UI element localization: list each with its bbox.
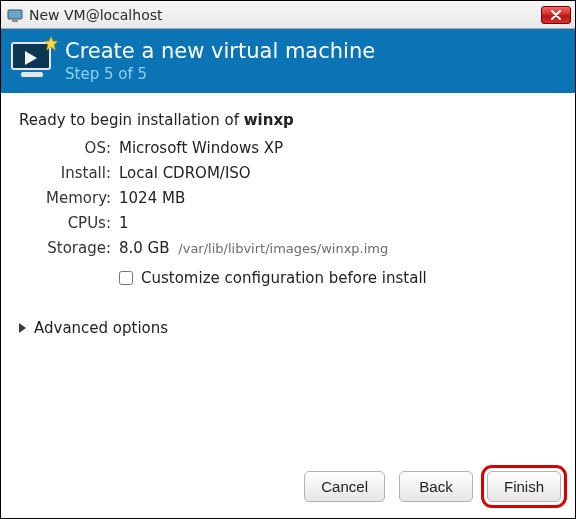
memory-label: Memory: (19, 189, 111, 207)
wizard-step: Step 5 of 5 (65, 65, 375, 83)
close-icon (551, 10, 561, 20)
cpus-value: 1 (119, 214, 557, 232)
customize-label[interactable]: Customize configuration before install (141, 269, 427, 287)
storage-label: Storage: (19, 239, 111, 257)
close-button[interactable] (541, 6, 571, 24)
window-title: New VM@localhost (29, 7, 541, 23)
wizard-body: Ready to begin installation of winxp OS:… (1, 93, 575, 459)
back-button[interactable]: Back (399, 471, 473, 502)
chevron-right-icon (19, 323, 26, 333)
os-label: OS: (19, 139, 111, 157)
svg-marker-2 (44, 37, 57, 50)
vm-name: winxp (244, 111, 294, 129)
ready-line: Ready to begin installation of winxp (19, 111, 557, 129)
wizard-header: Create a new virtual machine Step 5 of 5 (1, 29, 575, 93)
app-icon (7, 7, 23, 23)
wizard-footer: Cancel Back Finish (1, 459, 575, 518)
install-label: Install: (19, 164, 111, 182)
storage-size: 8.0 GB (119, 239, 170, 257)
customize-checkbox[interactable] (119, 271, 133, 285)
os-value: Microsoft Windows XP (119, 139, 557, 157)
customize-row: Customize configuration before install (119, 269, 557, 287)
svg-rect-1 (12, 20, 18, 22)
storage-value: 8.0 GB /var/lib/libvirt/images/winxp.img (119, 239, 557, 257)
vm-wizard-window: New VM@localhost Create a new virtual ma… (0, 0, 576, 519)
memory-value: 1024 MB (119, 189, 557, 207)
wizard-title: Create a new virtual machine (65, 39, 375, 63)
advanced-options-toggle[interactable]: Advanced options (19, 319, 168, 337)
cancel-button[interactable]: Cancel (304, 471, 385, 502)
storage-path: /var/lib/libvirt/images/winxp.img (178, 241, 388, 256)
finish-button[interactable]: Finish (487, 471, 561, 502)
cpus-label: CPUs: (19, 214, 111, 232)
install-value: Local CDROM/ISO (119, 164, 557, 182)
ready-prefix: Ready to begin installation of (19, 111, 244, 129)
titlebar: New VM@localhost (1, 1, 575, 29)
svg-rect-0 (8, 10, 22, 19)
new-vm-icon (11, 42, 53, 80)
new-star-icon (43, 36, 59, 52)
advanced-options-label: Advanced options (34, 319, 168, 337)
spec-table: OS: Microsoft Windows XP Install: Local … (19, 139, 557, 257)
